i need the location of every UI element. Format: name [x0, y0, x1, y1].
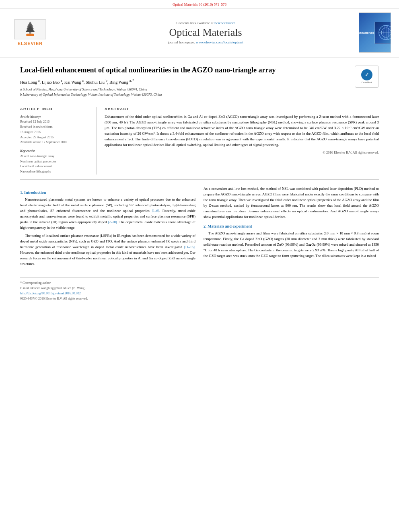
received-date: Received 12 July 2016 — [20, 119, 91, 125]
crossmark-badge[interactable]: ✓ CrossMark — [355, 66, 379, 88]
elsevier-logo-block: ELSEVIER — [8, 19, 52, 46]
article-info-label: ARTICLE INFO — [20, 107, 91, 111]
issn-line: 0925-3467/© 2016 Elsevier B.V. All right… — [20, 297, 379, 300]
article-history-block: Article history: Received 12 July 2016 R… — [20, 114, 91, 145]
crossmark-icon: ✓ — [361, 69, 372, 80]
journal-title: Optical Materials — [56, 27, 355, 39]
footnote-corresponding: * Corresponding author. — [20, 281, 379, 285]
doi-line: http://dx.doi.org/10.1016/j.optmat.2016.… — [20, 292, 379, 295]
corresponding-label: * Corresponding author. — [20, 281, 51, 285]
copyright: © 2016 Elsevier B.V. All rights reserved… — [105, 150, 379, 154]
abstract-label: ABSTRACT — [105, 107, 379, 111]
crossmark-label: CrossMark — [362, 81, 372, 84]
keyword-1: AGZO nano-triangle array — [20, 154, 91, 159]
email-label: E-mail address: — [20, 286, 41, 290]
svg-text:✓: ✓ — [365, 72, 369, 78]
body-para-1: Nanostructured plasmonic metal systems a… — [20, 197, 195, 231]
body-col-right: As a convenient and low lost method, the… — [204, 186, 379, 269]
affiliation-a: à School of Physics, Huazhong University… — [20, 87, 379, 92]
body-section: 1. Introduction Nanostructured plasmonic… — [20, 186, 379, 269]
homepage-link[interactable]: www.elsevier.com/locate/optmat — [196, 40, 243, 44]
journal-info-bar: Optical Materials 60 (2016) 571–576 — [0, 0, 399, 8]
email-name: (B. Wang). — [72, 286, 86, 290]
affiliations: à School of Physics, Huazhong University… — [20, 87, 379, 97]
affiliation-b: b Laboratory of Optical Information Tech… — [20, 92, 379, 97]
journal-header: ELSEVIER Contents lists available at Sci… — [0, 8, 399, 58]
journal-cover-image: Optical Materials — [359, 12, 391, 53]
elsevier-brand-text: ELSEVIER — [18, 41, 43, 46]
received-revised-label: Received in revised form — [20, 125, 91, 130]
available-date: Available online 17 September 2016 — [20, 140, 91, 145]
email-link[interactable]: wangbing@hust.edu.cn — [41, 286, 71, 290]
journal-homepage: journal homepage: www.elsevier.com/locat… — [56, 40, 355, 44]
journal-citation: Optical Materials 60 (2016) 571–576 — [173, 2, 226, 6]
elsevier-logo-image — [14, 19, 46, 39]
body-para-3: As a convenient and low lost method, the… — [204, 186, 379, 220]
sciencedirect-anchor[interactable]: ScienceDirect — [214, 21, 234, 25]
article-info-abstract: ARTICLE INFO Article history: Received 1… — [20, 102, 379, 180]
keywords-label: Keywords: — [20, 148, 91, 154]
title-area: Local-field enhancement of optical nonli… — [20, 66, 379, 75]
body-col-left: 1. Introduction Nanostructured plasmonic… — [20, 186, 195, 269]
section1-heading: 1. Introduction — [20, 189, 195, 196]
accepted-date: Accepted 23 August 2016 — [20, 135, 91, 140]
keyword-3: Local field enhancement — [20, 164, 91, 169]
article-title: Local-field enhancement of optical nonli… — [20, 66, 379, 75]
keyword-4: Nanosphere lithography — [20, 169, 91, 175]
abstract-col: ABSTRACT Enhancement of the third order … — [105, 107, 379, 175]
body-para-4: The AGZO nano-triangle arrays and films … — [204, 231, 379, 259]
journal-header-center: Contents lists available at ScienceDirec… — [56, 21, 355, 44]
article-footer: * Corresponding author. E-mail address: … — [20, 277, 379, 300]
history-label: Article history: — [20, 114, 91, 119]
svg-rect-5 — [26, 34, 34, 36]
article-info-col: ARTICLE INFO Article history: Received 1… — [20, 107, 97, 175]
received-revised-date: 16 August 2016 — [20, 130, 91, 135]
article-container: Local-field enhancement of optical nonli… — [0, 58, 399, 308]
sciencedirect-link: Contents lists available at ScienceDirec… — [56, 21, 355, 25]
keywords-block: Keywords: AGZO nano-triangle array Nonli… — [20, 148, 91, 175]
authors-line: Hua Long a, Lijiao Bao a, Kai Wang a, Sh… — [20, 79, 379, 84]
abstract-text: Enhancement of the third order optical n… — [105, 114, 379, 148]
keyword-2: Nonlinear optical properties — [20, 159, 91, 164]
doi-link[interactable]: http://dx.doi.org/10.1016/j.optmat.2016.… — [20, 292, 81, 295]
body-para-2: The tuning of localized surface plasmon … — [20, 233, 195, 267]
section2-heading: 2. Materials and experiment — [204, 223, 379, 230]
footnote-email: E-mail address: wangbing@hust.edu.cn (B.… — [20, 286, 379, 290]
